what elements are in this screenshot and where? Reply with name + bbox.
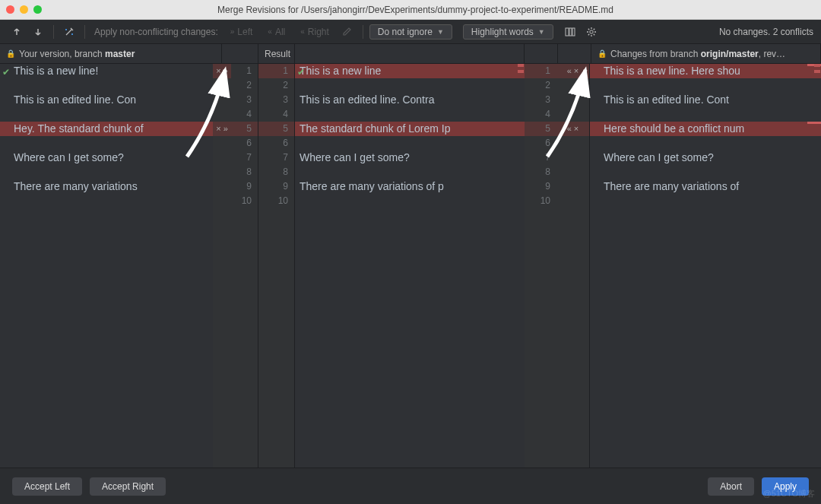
reject-icon[interactable]: × — [215, 64, 221, 78]
chevron-double-right-icon: » — [230, 27, 235, 36]
error-stripe[interactable] — [517, 64, 525, 468]
conflicts-status-label: No changes. 2 conflicts — [719, 27, 813, 37]
code-line[interactable]: There are many variations of — [590, 179, 821, 194]
result-gutter-header: Result — [258, 44, 295, 63]
merge-action — [556, 78, 589, 93]
prev-diff-button[interactable] — [8, 24, 26, 40]
merge-action — [556, 194, 589, 208]
accept-check-icon[interactable]: ✔ — [297, 65, 305, 78]
code-line[interactable]: ✔This is a new line — [295, 64, 525, 78]
line-number: 7 — [258, 151, 294, 165]
merge-action — [556, 151, 589, 165]
merge-action — [556, 107, 589, 122]
chevron-down-icon: ▼ — [538, 28, 545, 36]
code-line[interactable] — [295, 136, 525, 151]
edit-source-button[interactable] — [338, 24, 357, 40]
line-number: 5 — [258, 122, 294, 136]
reject-icon[interactable]: × — [215, 122, 221, 136]
code-line[interactable] — [0, 194, 213, 208]
line-number: 8 — [258, 165, 294, 179]
code-line[interactable] — [0, 165, 213, 179]
apply-left-button[interactable]: »Left — [224, 25, 259, 39]
line-number: 4 — [258, 107, 294, 122]
left-pane[interactable]: ✔This is a new line!This is an edited li… — [0, 64, 213, 468]
settings-button[interactable] — [582, 24, 601, 40]
line-number: 9 — [525, 179, 556, 194]
accept-right-icon[interactable]: » — [223, 64, 229, 78]
merge-action — [213, 93, 231, 107]
code-line[interactable] — [0, 78, 213, 93]
code-line[interactable] — [590, 78, 821, 93]
line-number: 4 — [525, 107, 556, 122]
line-number: 1 — [258, 64, 294, 78]
next-diff-button[interactable] — [29, 24, 47, 40]
code-line[interactable]: Here should be a conflict num — [590, 122, 821, 136]
code-line[interactable]: This is an edited line. Con — [0, 93, 213, 107]
line-number: 2 — [525, 78, 556, 93]
right-pane[interactable]: This is a new line. Here shouThis is an … — [590, 64, 821, 468]
code-line[interactable]: The standard chunk of Lorem Ip — [295, 122, 525, 136]
code-line[interactable] — [0, 107, 213, 122]
accept-left-icon[interactable]: « — [566, 122, 572, 136]
code-line[interactable] — [590, 165, 821, 179]
line-number: 1 — [231, 64, 258, 78]
merge-action[interactable]: «× — [556, 122, 589, 136]
merge-action[interactable]: «× — [556, 64, 589, 78]
code-line[interactable]: ✔This is a new line! — [0, 64, 213, 78]
line-number: 9 — [258, 179, 294, 194]
reject-icon[interactable]: × — [573, 122, 579, 136]
close-window-button[interactable] — [6, 5, 14, 14]
chevron-double-left-icon: « — [268, 27, 272, 36]
lock-icon: 🔒 — [6, 49, 15, 58]
code-line[interactable] — [295, 107, 525, 122]
result-pane[interactable]: ✔This is a new lineThis is an edited lin… — [295, 64, 525, 468]
separator — [84, 25, 85, 39]
code-line[interactable]: This is an edited line. Contra — [295, 93, 525, 107]
merge-toolbar: Apply non-conflicting changes: »Left «Al… — [0, 20, 821, 44]
merge-action[interactable]: ×» — [213, 64, 231, 78]
code-line[interactable] — [295, 165, 525, 179]
line-number: 8 — [231, 165, 258, 179]
accept-right-button[interactable]: Accept Right — [90, 477, 166, 496]
reject-icon[interactable]: × — [573, 64, 579, 78]
accept-left-icon[interactable]: « — [566, 64, 572, 78]
code-line[interactable]: Where can I get some? — [295, 151, 525, 165]
merge-action[interactable]: ×» — [213, 122, 231, 136]
line-number: 5 — [231, 122, 258, 136]
code-line[interactable] — [0, 136, 213, 151]
code-line[interactable]: This is an edited line. Cont — [590, 93, 821, 107]
error-stripe[interactable] — [813, 64, 821, 468]
line-number: 4 — [231, 107, 258, 122]
highlight-mode-dropdown[interactable]: Highlight words▼ — [463, 24, 553, 40]
code-line[interactable]: Where can I get some? — [590, 151, 821, 165]
accept-right-icon[interactable]: » — [223, 122, 229, 136]
code-line[interactable]: This is a new line. Here shou — [590, 64, 821, 78]
ignore-whitespace-dropdown[interactable]: Do not ignore▼ — [369, 24, 452, 40]
line-number: 5 — [525, 122, 556, 136]
code-line[interactable] — [590, 194, 821, 208]
apply-right-button[interactable]: «Right — [294, 25, 335, 39]
merge-action — [213, 194, 231, 208]
code-line[interactable]: There are many variations — [0, 179, 213, 194]
code-line[interactable] — [590, 136, 821, 151]
abort-button[interactable]: Abort — [708, 477, 754, 496]
code-line[interactable] — [295, 194, 525, 208]
left-gutter-header — [222, 44, 258, 63]
code-line[interactable]: Hey. The standard chunk of — [0, 122, 213, 136]
code-line[interactable] — [295, 78, 525, 93]
merge-action — [556, 136, 589, 151]
apply-all-button[interactable]: «All — [262, 25, 291, 39]
line-number: 3 — [231, 93, 258, 107]
magic-resolve-button[interactable] — [60, 24, 78, 40]
accept-left-button[interactable]: Accept Left — [12, 477, 82, 496]
merge-action — [213, 136, 231, 151]
code-line[interactable] — [590, 107, 821, 122]
left-pane-header: 🔒 Your version, branch master — [0, 44, 222, 63]
line-number: 6 — [525, 136, 556, 151]
code-line[interactable]: There are many variations of p — [295, 179, 525, 194]
diff-columns-toggle[interactable] — [561, 24, 579, 40]
code-line[interactable]: Where can I get some? — [0, 151, 213, 165]
lock-icon: 🔒 — [598, 49, 607, 58]
accept-check-icon[interactable]: ✔ — [2, 65, 10, 78]
line-number: 3 — [258, 93, 294, 107]
